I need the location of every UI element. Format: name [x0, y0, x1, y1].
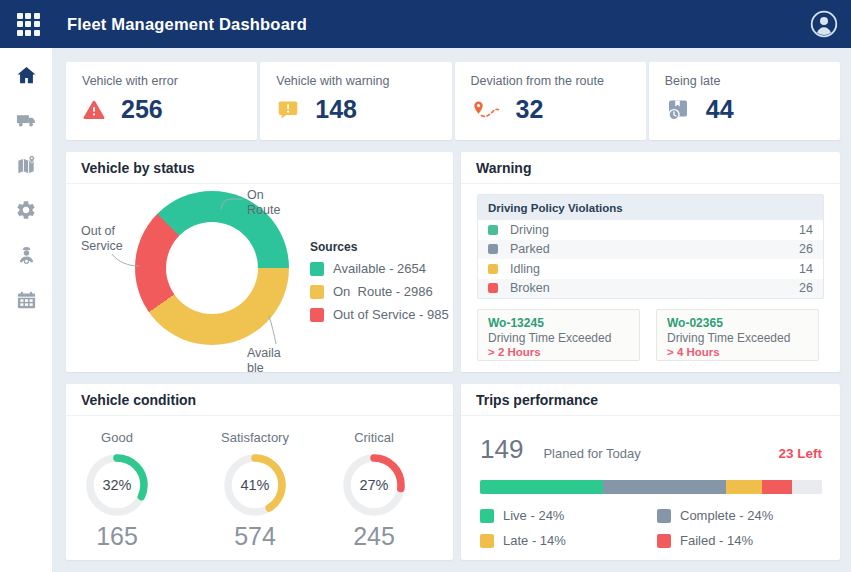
gauge-critical: Critical 27% 245: [324, 430, 424, 551]
gauge-label: Satisfactory: [205, 430, 305, 445]
trips-performance-panel: Trips performance 149 Planed for Today 2…: [461, 384, 840, 560]
row-label: Driving: [510, 223, 549, 237]
violations-table-header: Driving Policy Violations: [478, 195, 823, 220]
sidebar-nav: [0, 48, 52, 572]
sidebar-item-settings[interactable]: [14, 198, 38, 222]
gauge-percent: 32%: [84, 452, 150, 518]
row-label: Idling: [510, 262, 540, 276]
stat-card-vehicle-warning: Vehicle with warning 148: [260, 62, 451, 140]
callout-on-route: On Route: [247, 188, 295, 218]
legend-swatch: [657, 534, 671, 548]
legend-item-on-route: On Route - 2986: [310, 284, 449, 299]
gauge-count: 574: [205, 522, 305, 551]
status-swatch: [488, 244, 498, 254]
stat-label: Being late: [665, 74, 824, 88]
gauge-label: Critical: [324, 430, 424, 445]
calendar-icon: [15, 289, 38, 312]
work-order-text: Driving Time Exceeded: [488, 331, 629, 345]
legend-item-live: Live - 24%: [480, 508, 657, 523]
row-label: Parked: [510, 242, 550, 256]
warning-message-icon: [276, 98, 300, 122]
stat-card-being-late: Being late 44: [649, 62, 840, 140]
trips-bar-segment-remaining: [792, 480, 822, 494]
legend-swatch: [310, 308, 324, 322]
legend-label: Out of Service - 985: [333, 307, 449, 322]
panel-title: Vehicle condition: [66, 384, 453, 416]
legend-item-out-of-service: Out of Service - 985: [310, 307, 449, 322]
legend-item-late: Late - 14%: [480, 533, 657, 548]
gauge-count: 245: [324, 522, 424, 551]
legend-swatch: [480, 509, 494, 523]
warning-panel: Warning Driving Policy Violations Drivin…: [461, 152, 840, 372]
legend-label: Live - 24%: [503, 508, 564, 523]
row-value: 26: [799, 242, 813, 256]
kpi-row: Vehicle with error 256 Vehicle with warn…: [66, 62, 840, 140]
trips-summary: 149 Planed for Today 23 Left: [461, 416, 840, 465]
panel-title: Vehicle by status: [66, 152, 453, 184]
legend-label: Available - 2654: [333, 261, 426, 276]
table-row-idling: Idling 14: [478, 259, 823, 279]
trips-progress-bar: [480, 480, 822, 494]
map-pin-icon: [15, 154, 38, 177]
legend-label: On Route - 2986: [333, 284, 433, 299]
gauge-label: Good: [67, 430, 167, 445]
trips-legend: Live - 24% Complete - 24% Late - 14% Fai…: [480, 508, 822, 548]
legend-swatch: [310, 262, 324, 276]
sidebar-item-drivers[interactable]: [14, 243, 38, 267]
legend-label: Failed - 14%: [680, 533, 753, 548]
late-truck-clock-icon: [665, 97, 691, 122]
legend-swatch: [310, 285, 324, 299]
trips-bar-segment-complete: [603, 480, 726, 494]
table-row-parked: Parked 26: [478, 240, 823, 260]
work-order-text: Driving Time Exceeded: [667, 331, 808, 345]
route-pin-icon: [471, 98, 501, 122]
legend-label: Complete - 24%: [680, 508, 773, 523]
trips-bar-segment-late: [726, 480, 762, 494]
donut-hole: [166, 222, 258, 314]
work-order-card-2[interactable]: Wo-02365 Driving Time Exceeded > 4 Hours: [656, 309, 819, 361]
work-order-duration: > 4 Hours: [667, 346, 808, 359]
row-value: 26: [799, 281, 813, 295]
page-title: Fleet Management Dashboard: [67, 15, 307, 34]
apps-grid-icon[interactable]: [15, 11, 41, 37]
status-swatch: [488, 264, 498, 274]
table-row-broken: Broken 26: [478, 279, 823, 299]
gear-icon: [15, 199, 37, 221]
work-order-id: Wo-02365: [667, 316, 808, 330]
panel-title: Warning: [461, 152, 840, 184]
sidebar-item-map[interactable]: [14, 153, 38, 177]
app-header: Fleet Management Dashboard: [0, 0, 851, 48]
legend-label: Late - 14%: [503, 533, 566, 548]
planned-count: 149: [480, 434, 523, 465]
work-order-id: Wo-13245: [488, 316, 629, 330]
truck-icon: [15, 109, 38, 132]
stat-value: 44: [706, 95, 734, 124]
user-avatar-icon[interactable]: [810, 10, 838, 38]
status-swatch: [488, 225, 498, 235]
trips-bar-segment-live: [480, 480, 603, 494]
sidebar-item-vehicles[interactable]: [14, 108, 38, 132]
stat-value: 148: [315, 95, 357, 124]
work-order-duration: > 2 Hours: [488, 346, 629, 359]
work-order-cards: Wo-13245 Driving Time Exceeded > 2 Hours…: [477, 309, 824, 361]
stat-label: Deviation from the route: [471, 74, 630, 88]
alert-triangle-icon: [82, 98, 106, 122]
gauge-percent: 27%: [341, 452, 407, 518]
legend-swatch: [657, 509, 671, 523]
row-label: Broken: [510, 281, 550, 295]
driving-policy-violations-table: Driving Policy Violations Driving 14 Par…: [477, 194, 824, 299]
sidebar-item-schedule[interactable]: [14, 288, 38, 312]
vehicle-by-status-panel: Vehicle by status On Route Out of Servic…: [66, 152, 453, 372]
work-order-card-1[interactable]: Wo-13245 Driving Time Exceeded > 2 Hours: [477, 309, 640, 361]
remaining-badge: 23 Left: [778, 446, 822, 461]
home-icon: [15, 64, 38, 87]
row-value: 14: [799, 223, 813, 237]
legend-swatch: [480, 534, 494, 548]
driver-icon: [15, 244, 38, 267]
legend-item-available: Available - 2654: [310, 261, 449, 276]
callout-available: Availa ble: [247, 346, 291, 376]
planned-label: Planed for Today: [543, 446, 640, 461]
status-swatch: [488, 283, 498, 293]
sidebar-item-home[interactable]: [14, 63, 38, 87]
gauge-good: Good 32% 165: [67, 430, 167, 551]
